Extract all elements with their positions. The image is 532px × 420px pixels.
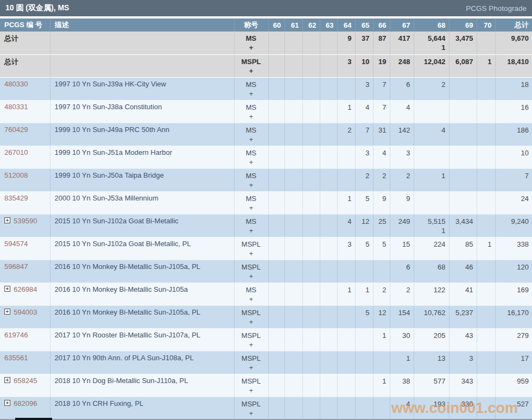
grade-61-cell	[284, 260, 302, 283]
pcgs-number-link[interactable]: 596847	[4, 262, 28, 271]
grade-68-cell-plus-value	[414, 294, 446, 304]
grade-62-cell-value	[303, 399, 316, 409]
grade-67-cell-value: 248	[390, 57, 410, 66]
pcgs-number-link[interactable]: 267010	[4, 148, 28, 156]
designation-cell: MS+	[234, 32, 268, 54]
grade-67-cell-value: 38	[390, 377, 410, 386]
grade-63-cell-plus-value	[320, 340, 334, 349]
designation-cell-plus-value: +	[235, 363, 268, 372]
grade-62-cell-plus-value	[303, 272, 316, 281]
grade-62-cell	[302, 260, 320, 283]
expand-icon[interactable]: +	[4, 377, 10, 383]
designation-cell: MS+	[234, 214, 268, 237]
grade-69-cell: 46	[449, 260, 477, 283]
grade-69-cell: 3	[449, 351, 477, 374]
designation-cell-plus-value: +	[235, 66, 268, 76]
pcgs-number-link[interactable]: 760429	[4, 126, 28, 134]
grade-60-cell-value	[269, 262, 281, 272]
grade-69-cell: 343	[449, 374, 477, 397]
grade-62-cell-value	[303, 194, 316, 203]
pcgs-number-link[interactable]: 635561	[4, 354, 28, 362]
grade-66-cell-value	[373, 399, 387, 409]
grade-68-cell-value	[414, 194, 446, 203]
grade-68-cell-plus-value	[414, 203, 446, 212]
grade-62-cell-value	[303, 377, 316, 386]
grade-70-cell-value	[477, 194, 492, 203]
total-cell: 18,410	[495, 54, 532, 77]
pcgs-number-link[interactable]: 594574	[4, 240, 28, 248]
grade-65-cell-value: 2	[356, 171, 370, 180]
grade-62-cell-plus-value	[303, 363, 316, 372]
grade-69-cell-value	[449, 80, 473, 89]
grade-63-cell-plus-value	[320, 272, 334, 281]
grade-67-cell: 4	[390, 397, 414, 419]
grade-69-cell-plus-value	[449, 112, 473, 121]
grade-63-cell-value	[320, 331, 334, 340]
grade-68-cell: 10,762	[414, 305, 449, 328]
pcgs-number-link[interactable]: 626984	[14, 285, 37, 293]
grade-61-cell-value	[285, 80, 299, 89]
col-header-grade-63: 63	[320, 18, 337, 32]
grade-62-cell	[302, 328, 320, 351]
pcgs-number-link[interactable]: 835429	[4, 194, 28, 202]
grade-65-cell-value: 37	[356, 34, 370, 43]
horizontal-scrollbar-thumb[interactable]	[15, 418, 52, 420]
grade-64-cell	[337, 351, 355, 374]
grade-60-cell-plus-value	[269, 66, 281, 76]
pcgs-number-link[interactable]: 594003	[14, 308, 37, 316]
table-row: 5120081999 10 Yn Sun-J50a Taipa BridgeMS…	[0, 168, 532, 191]
grade-61-cell-plus-value	[285, 158, 299, 167]
grade-66-cell-value: 25	[373, 217, 387, 226]
grade-64-cell	[337, 374, 355, 397]
pcgs-number-link[interactable]: 619746	[4, 331, 28, 339]
grade-67-cell-plus-value	[390, 203, 410, 212]
pcgs-number-link[interactable]: 480331	[4, 103, 28, 111]
grade-64-cell-value: 3	[338, 240, 352, 249]
pcgs-number-cell: 619746	[0, 328, 50, 351]
pcgs-number-cell: 480330	[0, 77, 50, 100]
grade-69-cell-plus-value	[449, 272, 473, 281]
designation-cell: MSPL+	[234, 328, 268, 351]
total-cell-plus-value	[496, 294, 529, 304]
grade-65-cell-value: 12	[356, 217, 370, 226]
pcgs-number-link[interactable]: 512008	[4, 171, 28, 179]
grade-67-cell-plus-value	[390, 89, 410, 98]
grade-65-cell	[355, 328, 373, 351]
grade-60-cell-plus-value	[269, 135, 281, 144]
grade-62-cell-plus-value	[303, 158, 316, 167]
photograde-link[interactable]: PCGS Photograde	[466, 4, 527, 12]
population-report-page: 10 圆 (双金属), MS PCGS Photograde PCGS 编 号描…	[0, 0, 532, 420]
grade-67-cell: 2	[390, 283, 414, 305]
grade-70-cell	[477, 260, 495, 283]
page-title: 10 圆 (双金属), MS	[5, 3, 69, 13]
col-header-grade-60: 60	[268, 18, 284, 32]
expand-icon[interactable]: +	[4, 309, 10, 315]
expand-icon[interactable]: +	[4, 217, 10, 223]
grade-68-cell-plus-value: 1	[414, 226, 446, 235]
pcgs-number-link[interactable]: 658245	[14, 377, 37, 385]
grade-70-cell-plus-value	[477, 89, 492, 98]
table-row: 4803311997 10 Yn Sun-J38a ConstitutionMS…	[0, 100, 532, 123]
grade-61-cell-plus-value	[285, 340, 299, 349]
grade-66-cell	[373, 397, 390, 419]
grade-67-cell-value: 15	[390, 240, 410, 249]
grade-60-cell-value	[269, 148, 281, 158]
table-row: 4803301997 10 Yn Sun-J39a HK-City ViewMS…	[0, 77, 532, 100]
grade-63-cell	[320, 123, 337, 146]
expand-icon[interactable]: +	[4, 400, 10, 406]
pcgs-number-link[interactable]: 539590	[14, 217, 37, 225]
grade-64-cell-plus-value	[338, 89, 352, 98]
grade-60-cell	[268, 351, 284, 374]
pcgs-number-link[interactable]: 682096	[14, 399, 37, 408]
pcgs-number-link[interactable]: 480330	[4, 80, 28, 88]
grade-69-cell-value: 3	[449, 354, 473, 363]
coin-description: 2018 10 Yn Dog Bi-Metallic Sun-J110a, PL	[55, 377, 188, 385]
expand-icon[interactable]: +	[4, 286, 10, 292]
pcgs-number-cell: 594574	[0, 237, 50, 260]
grade-62-cell-value	[303, 171, 316, 180]
grade-65-cell-value: 3	[356, 80, 370, 89]
grade-66-cell-value: 4	[373, 148, 387, 158]
grade-67-cell: 15	[390, 237, 414, 260]
grade-66-cell-plus-value	[373, 340, 387, 349]
designation-cell-plus-value: +	[235, 226, 268, 235]
